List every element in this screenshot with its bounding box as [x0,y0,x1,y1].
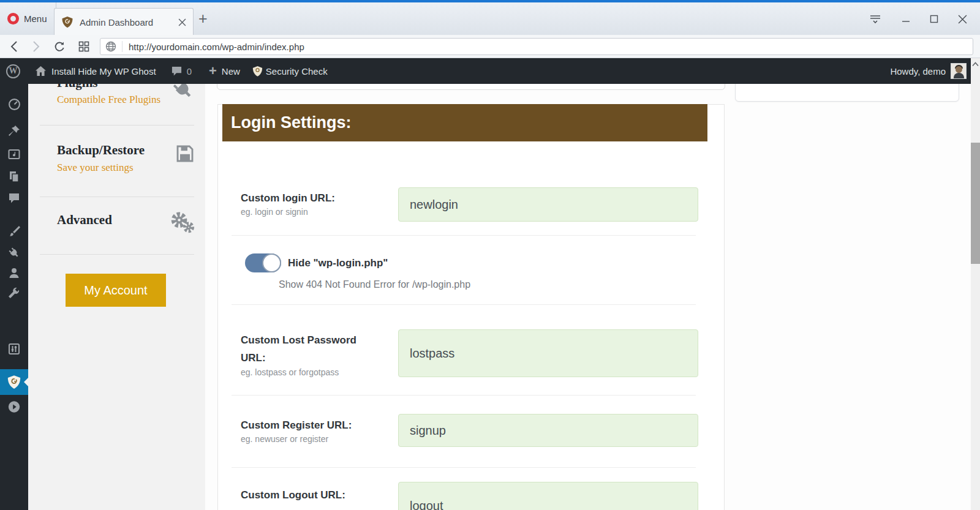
security-check-shield-icon[interactable] [252,66,263,77]
tab-title: Admin Dashboard [80,17,172,28]
sidebar-plugins-subtitle[interactable]: Compatible Free Plugins [57,94,160,106]
url-text[interactable]: http://yourdomain.com/wp-admin/index.php [129,42,304,52]
address-bar[interactable]: http://yourdomain.com/wp-admin/index.php [100,38,973,55]
custom-logout-url-label: Custom Logout URL: [241,486,345,504]
hide-wp-login-toggle[interactable] [245,253,281,272]
toggle-knob [262,253,281,272]
sidebar-item-hide-my-wp-active[interactable] [0,369,28,395]
sidebar-item-backup-restore[interactable]: Backup/Restore [57,143,145,158]
plugins-icon[interactable] [7,246,21,260]
dashboard-icon[interactable] [7,97,21,111]
custom-register-url-label: Custom Register URL: [241,416,352,434]
appearance-brush-icon[interactable] [7,224,21,238]
hide-wp-login-label: Hide "wp-login.php" [288,257,388,269]
previous-panel-bottom [217,84,725,90]
scrollbar-up-icon[interactable] [972,62,979,67]
sidebar-divider [40,254,194,255]
address-bar-divider [122,41,123,52]
browser-toolbar: http://yourdomain.com/wp-admin/index.php [0,35,980,58]
tab-close-icon[interactable] [178,18,186,26]
home-icon[interactable] [35,66,47,77]
collapse-menu-icon[interactable] [7,400,21,413]
settings-icon[interactable] [7,342,21,356]
sidebar-divider [40,125,194,126]
hide-wp-login-description: Show 404 Not Found Error for /wp-login.p… [279,279,470,290]
row-divider [232,304,696,305]
custom-lostpass-url-input[interactable] [398,329,698,377]
opera-menu-button[interactable]: Menu [0,2,56,35]
my-account-button[interactable]: My Account [66,274,166,307]
plugin-settings-sidebar: Plugins Compatible Free Plugins Backup/R… [28,84,205,510]
scrollbar-thumb[interactable] [971,143,980,264]
sidebar-divider [40,197,194,197]
plug-icon [172,84,195,101]
security-check-label[interactable]: Security Check [266,66,328,77]
maximize-button[interactable] [927,12,941,26]
sidebar-item-advanced[interactable]: Advanced [57,212,112,228]
main-content: Login Settings: Custom login URL: eg. lo… [205,84,971,510]
row-divider [232,467,696,468]
sidebar-backup-subtitle[interactable]: Save your settings [57,162,134,174]
custom-lostpass-url-label: Custom Lost Password URL: [241,331,374,367]
save-floppy-icon [175,144,195,163]
sidebar-item-plugins[interactable]: Plugins [57,84,98,91]
panel-title: Login Settings: [222,104,707,141]
custom-logout-url-input[interactable] [398,482,698,510]
custom-register-url-input[interactable] [398,414,698,447]
admin-bar-new[interactable]: New [222,66,240,77]
row-divider [232,395,696,396]
custom-login-url-label: Custom login URL: [241,189,335,207]
tools-wrench-icon[interactable] [7,286,21,299]
forward-button[interactable] [29,40,43,53]
comments-icon[interactable] [7,191,21,204]
back-button[interactable] [7,40,21,53]
reload-button[interactable] [53,40,66,53]
browser-tab[interactable]: Admin Dashboard [54,8,194,36]
wp-admin-menu-rail [0,84,28,510]
custom-login-url-input[interactable] [398,187,698,222]
wp-admin-bar: W Install Hide My WP Ghost 0 + New Secur… [0,58,971,84]
avatar-body [954,73,964,79]
new-tab-button[interactable]: + [198,12,208,25]
side-panel-bottom [735,84,959,102]
row-divider [232,235,696,236]
users-icon[interactable] [7,266,21,280]
comments-bubble-icon[interactable] [171,66,183,77]
window-close-button[interactable] [956,12,969,26]
comment-count: 0 [187,66,192,77]
pages-icon[interactable] [7,170,21,183]
minimize-button[interactable] [899,12,913,26]
opera-logo-icon [7,13,19,24]
gears-icon [169,209,196,236]
globe-icon[interactable] [105,41,116,52]
custom-lostpass-url-hint: eg. lostpass or forgotpass [241,367,339,377]
custom-register-url-hint: eg. newuser or register [241,434,328,444]
login-settings-panel [217,104,725,510]
media-icon[interactable] [7,148,21,161]
custom-login-url-hint: eg. login or signin [241,207,308,217]
ghost-shield-icon [7,375,21,389]
speed-dial-icon[interactable] [77,40,91,53]
tab-menu-icon[interactable] [869,12,882,26]
tab-favicon-shield-icon [61,16,74,28]
browser-tab-bar: Menu Admin Dashboard + [0,2,980,35]
plus-icon[interactable]: + [209,66,217,76]
page-scrollbar[interactable] [971,58,980,510]
posts-pin-icon[interactable] [7,124,21,138]
admin-bar-site-name[interactable]: Install Hide My WP Ghost [51,66,156,77]
howdy-label[interactable]: Howdy, demo [890,66,946,77]
menu-button-label: Menu [24,13,47,24]
user-avatar[interactable] [951,63,967,79]
avatar-face [956,66,962,73]
wordpress-logo-icon[interactable]: W [6,64,20,78]
